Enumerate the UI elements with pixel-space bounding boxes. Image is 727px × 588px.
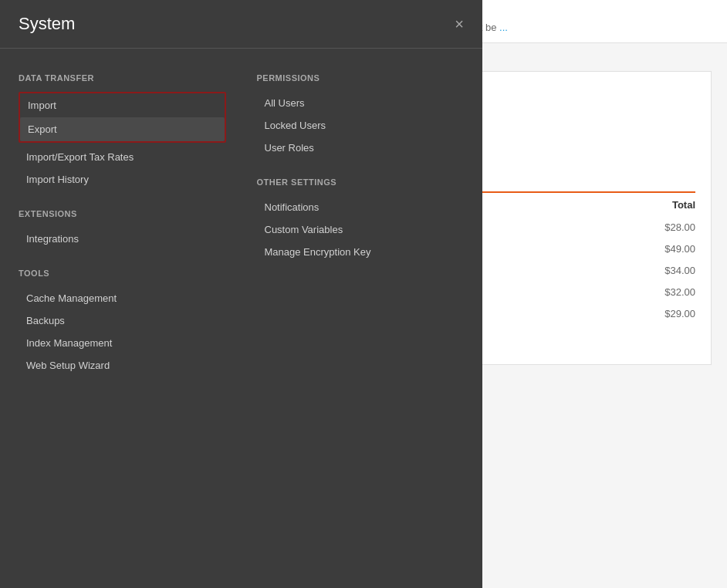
index-management-menu-item[interactable]: Index Management: [19, 332, 226, 354]
user-roles-menu-item[interactable]: User Roles: [257, 137, 465, 159]
tools-section-title: Tools: [19, 269, 226, 278]
data-transfer-section-title: Data Transfer: [19, 73, 226, 83]
system-panel-title: System: [19, 14, 75, 34]
system-panel-close-button[interactable]: ×: [455, 16, 464, 32]
import-export-tax-menu-item[interactable]: Import/Export Tax Rates: [19, 146, 226, 168]
system-panel-header: System ×: [0, 0, 482, 49]
system-panel: System × Data Transfer Import Export Imp…: [0, 0, 482, 588]
cache-management-menu-item[interactable]: Cache Management: [19, 287, 226, 309]
extensions-section-title: Extensions: [19, 209, 226, 218]
system-panel-right-col: Permissions All Users Locked Users User …: [257, 67, 465, 377]
permissions-section-title: Permissions: [257, 73, 465, 83]
export-menu-item[interactable]: Export: [20, 117, 225, 141]
all-users-menu-item[interactable]: All Users: [257, 92, 465, 114]
integrations-menu-item[interactable]: Integrations: [19, 228, 226, 250]
web-setup-wizard-menu-item[interactable]: Web Setup Wizard: [19, 354, 226, 377]
custom-variables-menu-item[interactable]: Custom Variables: [257, 218, 465, 241]
import-menu-item[interactable]: Import: [20, 93, 225, 117]
locked-users-menu-item[interactable]: Locked Users: [257, 114, 465, 137]
manage-encryption-key-menu-item[interactable]: Manage Encryption Key: [257, 241, 465, 263]
backups-menu-item[interactable]: Backups: [19, 309, 226, 332]
other-settings-section-title: Other Settings: [257, 177, 465, 187]
system-panel-left-col: Data Transfer Import Export Import/Expor…: [19, 67, 226, 377]
system-panel-body: Data Transfer Import Export Import/Expor…: [0, 49, 482, 395]
import-history-menu-item[interactable]: Import History: [19, 168, 226, 191]
import-export-highlight-box: Import Export: [19, 92, 226, 143]
notifications-menu-item[interactable]: Notifications: [257, 196, 465, 218]
